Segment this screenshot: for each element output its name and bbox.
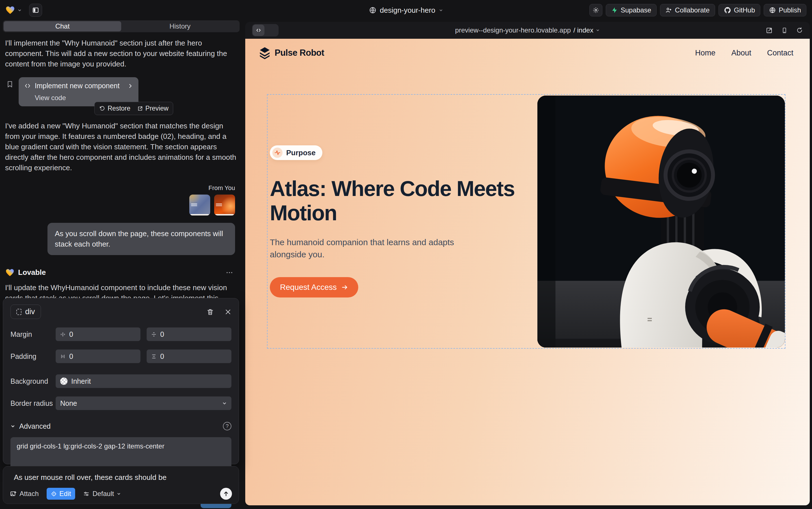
component-card-title: Implement new component (35, 82, 119, 90)
collaborate-button[interactable]: Collaborate (660, 4, 715, 16)
attachment-thumbnail-orange[interactable] (214, 195, 235, 215)
tab-chat[interactable]: Chat (4, 21, 121, 31)
padding-x-value: 0 (69, 352, 73, 361)
code-view-toggle[interactable] (252, 24, 279, 36)
supabase-label: Supabase (621, 6, 651, 14)
project-selector[interactable]: design-your-hero (369, 0, 443, 20)
chat-tabbar: Chat History (3, 20, 239, 32)
agent-name: Lovable (18, 268, 46, 277)
advanced-chevron-icon[interactable] (10, 424, 15, 429)
assistant-message-2: I've added a new "Why Humanoid" section … (5, 121, 237, 173)
attachment-thumbnail-blue[interactable] (189, 195, 210, 215)
sidebar-toggle-button[interactable] (29, 4, 42, 17)
background-label: Background (10, 377, 56, 385)
open-in-new-tab-icon[interactable] (766, 27, 773, 34)
margin-y-input[interactable]: 0 (147, 328, 231, 341)
project-name: design-your-hero (380, 6, 435, 15)
site-nav: Home About Contact (695, 48, 793, 58)
restore-button[interactable]: Restore (99, 105, 131, 112)
lovable-heart-logo[interactable] (6, 6, 15, 14)
mode-selector[interactable]: Default (83, 490, 121, 498)
transparency-swatch-icon (60, 377, 68, 385)
margin-x-value: 0 (69, 330, 73, 338)
padding-label: Padding (10, 352, 56, 361)
mode-chevron-down-icon (117, 492, 121, 496)
chat-composer[interactable]: As user mouse roll over, these cards sho… (3, 466, 239, 504)
edit-mode-button[interactable]: Edit (47, 488, 75, 500)
selected-div-outline[interactable]: Purpose Atlas: Where Code Meets Motion T… (267, 94, 785, 349)
project-chevron-down-icon (439, 8, 443, 12)
restore-label: Restore (108, 105, 131, 112)
supabase-button[interactable]: Supabase (606, 4, 657, 16)
url-chevron-down-icon (596, 28, 600, 32)
bookmark-icon[interactable] (6, 80, 13, 88)
app-topbar: design-your-hero Supabase (0, 0, 812, 20)
preview-path: / index (573, 26, 593, 34)
request-access-button[interactable]: Request Access (270, 277, 358, 298)
workspace-chevron-down-icon[interactable] (17, 8, 22, 12)
margin-y-icon (151, 332, 156, 337)
lovable-heart-icon (6, 269, 14, 277)
version-hover-actions: Restore Preview (95, 102, 173, 115)
mode-label: Default (93, 490, 114, 498)
help-icon[interactable]: ? (223, 422, 231, 430)
arrow-up-icon (223, 490, 229, 497)
settings-button[interactable] (589, 4, 602, 16)
selection-box-icon (16, 309, 22, 315)
refresh-icon[interactable] (796, 27, 803, 34)
github-button[interactable]: GitHub (718, 4, 761, 16)
close-inspector-button[interactable] (225, 308, 231, 315)
view-code-link[interactable]: View code (35, 94, 133, 102)
nav-contact[interactable]: Contact (767, 48, 793, 58)
pulse-icon (272, 147, 283, 158)
site-logo[interactable]: Pulse Robot (259, 47, 324, 59)
preview-url-bar[interactable]: preview--design-your-hero.lovable.app / … (455, 26, 600, 34)
preview-button[interactable]: Preview (137, 105, 169, 112)
preview-chrome-bar: preview--design-your-hero.lovable.app / … (245, 22, 810, 39)
external-link-icon (137, 106, 143, 111)
request-access-label: Request Access (280, 283, 337, 292)
more-options-icon[interactable] (225, 269, 239, 277)
panel-left-icon (32, 7, 39, 13)
padding-y-input[interactable]: 0 (147, 349, 231, 363)
border-radius-select[interactable]: None (56, 397, 231, 410)
margin-x-icon (60, 332, 66, 337)
from-you-label: From You (209, 184, 235, 192)
publish-button[interactable]: Publish (764, 4, 806, 16)
margin-y-value: 0 (160, 330, 164, 338)
attach-label: Attach (20, 490, 39, 498)
composer-draft-text[interactable]: As user mouse roll over, these cards sho… (14, 473, 232, 482)
from-you-block: From You (3, 184, 239, 215)
background-input[interactable]: Inherit (56, 374, 231, 388)
user-message-bubble: As you scroll down the page, these compo… (47, 223, 235, 255)
margin-label: Margin (10, 330, 56, 338)
selected-element-pill[interactable]: div (10, 305, 41, 319)
attach-button[interactable]: Attach (10, 490, 39, 498)
tab-history[interactable]: History (121, 21, 239, 31)
advanced-label[interactable]: Advanced (19, 422, 50, 430)
element-inspector-panel: div Margin 0 (3, 298, 239, 464)
target-icon (51, 491, 57, 497)
padding-x-input[interactable]: 0 (56, 349, 140, 363)
site-brand-name: Pulse Robot (274, 48, 324, 58)
purpose-badge: Purpose (270, 145, 322, 160)
hero-robot-image (538, 96, 785, 347)
chevron-down-icon (222, 401, 227, 406)
hero-subheading: The humanoid companion that learns and a… (270, 236, 479, 261)
supabase-bolt-icon (611, 7, 618, 13)
mobile-view-icon[interactable] (781, 27, 788, 34)
margin-x-input[interactable]: 0 (56, 328, 140, 341)
selected-element-tag: div (25, 307, 35, 316)
chat-panel: Chat History I'll implement the "Why Hum… (3, 20, 239, 506)
delete-element-button[interactable] (207, 308, 214, 315)
nav-about[interactable]: About (731, 48, 751, 58)
chevron-right-icon (128, 83, 133, 89)
preview-frame: preview--design-your-hero.lovable.app / … (245, 22, 810, 505)
nav-home[interactable]: Home (695, 48, 715, 58)
github-label: GitHub (734, 6, 755, 14)
padding-y-icon (151, 354, 156, 359)
github-icon (724, 6, 731, 14)
preview-label: Preview (146, 105, 169, 112)
publish-label: Publish (779, 6, 801, 14)
send-button[interactable] (220, 488, 232, 500)
